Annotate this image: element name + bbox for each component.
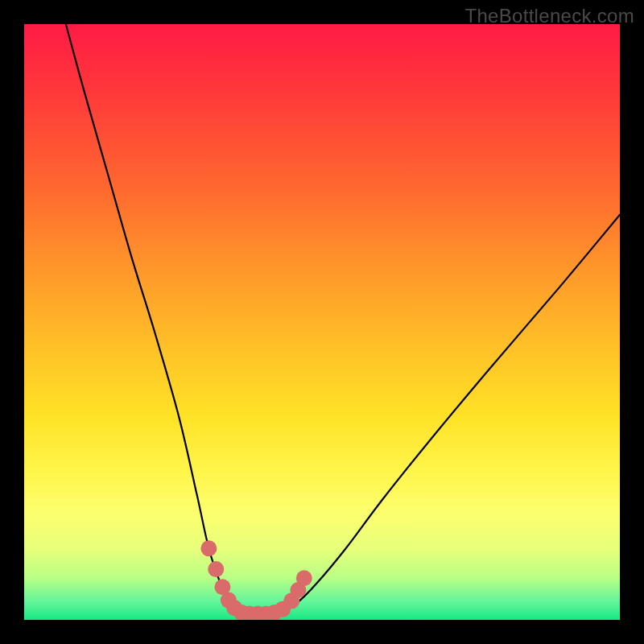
highlight-dot xyxy=(200,540,217,556)
plot-area xyxy=(24,24,620,620)
chart-stage: TheBottleneck.com xyxy=(0,0,644,644)
highlight-dots xyxy=(200,540,312,620)
curve-svg xyxy=(24,24,620,620)
bottleneck-curve xyxy=(66,24,620,614)
highlight-dot xyxy=(296,570,312,586)
highlight-dot xyxy=(208,561,224,577)
